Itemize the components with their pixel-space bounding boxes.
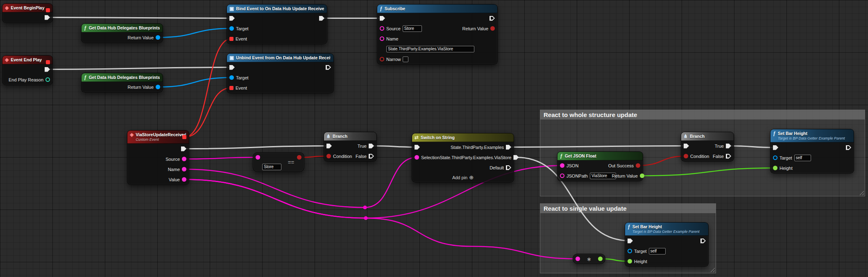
node-header[interactable]: ◈Event End Play bbox=[2, 56, 52, 64]
pin-false[interactable] bbox=[369, 154, 374, 159]
node-get-delegates-1[interactable]: ƒGet Data Hub Delegates BlueprintsReturn… bbox=[81, 23, 163, 43]
pin-jsonpath[interactable] bbox=[560, 173, 564, 178]
pin-out[interactable] bbox=[598, 257, 603, 261]
wire-object[interactable] bbox=[158, 78, 232, 87]
node-subscribe[interactable]: ƒSubscribeSourceReturn ValueNameNarrow bbox=[377, 4, 498, 65]
input-set-bar-height-2-target[interactable] bbox=[649, 248, 666, 254]
pin-exec_in[interactable] bbox=[326, 144, 332, 149]
pin-delegate[interactable] bbox=[46, 8, 50, 12]
pin-in[interactable] bbox=[576, 257, 580, 261]
node-header[interactable]: ƒSet Bar HeightTarget is BP Data Getter … bbox=[771, 129, 854, 142]
pin-source[interactable] bbox=[380, 26, 384, 31]
pin-true[interactable] bbox=[726, 144, 731, 149]
wire-exec[interactable] bbox=[184, 146, 329, 149]
pin-target[interactable] bbox=[229, 26, 234, 31]
comment-resize-handle[interactable] bbox=[709, 266, 715, 272]
checkbox-narrow[interactable] bbox=[403, 56, 408, 62]
pin-exec_out[interactable] bbox=[45, 15, 50, 20]
pin-condition[interactable] bbox=[326, 154, 331, 158]
pin-delegate[interactable] bbox=[46, 60, 50, 64]
pin-exec_out[interactable] bbox=[45, 67, 50, 72]
pin-out_examples[interactable] bbox=[506, 145, 511, 150]
pin-event[interactable] bbox=[229, 37, 233, 41]
node-header[interactable]: ƒSubscribe bbox=[377, 5, 497, 13]
reroute-node[interactable] bbox=[364, 216, 368, 220]
pin-default[interactable] bbox=[506, 165, 511, 170]
pin-true[interactable] bbox=[369, 144, 374, 149]
node-get-delegates-2[interactable]: ƒGet Data Hub Delegates BlueprintsReturn… bbox=[81, 73, 163, 92]
node-header[interactable]: ƒGet Data Hub Delegates Blueprints bbox=[82, 24, 163, 32]
input-subscribe-source[interactable] bbox=[403, 25, 422, 32]
reroute-node[interactable] bbox=[363, 206, 367, 209]
literal-input[interactable] bbox=[386, 46, 474, 52]
pin-return[interactable] bbox=[490, 26, 495, 31]
blueprint-canvas[interactable]: React to whole structure updateReact to … bbox=[0, 0, 868, 277]
input-set-bar-height-1-target[interactable] bbox=[794, 155, 811, 161]
node-equals[interactable]: == bbox=[253, 152, 304, 172]
pin-json[interactable] bbox=[560, 163, 564, 168]
node-set-bar-height-1[interactable]: ƒSet Bar HeightTarget is BP Data Getter … bbox=[770, 129, 854, 173]
pin-exec_out[interactable] bbox=[181, 146, 186, 151]
pin-exec_in[interactable] bbox=[229, 65, 235, 70]
wire-object[interactable] bbox=[158, 29, 232, 38]
pin-exec_in[interactable] bbox=[229, 16, 235, 21]
pin-event[interactable] bbox=[229, 86, 233, 90]
node-event-beginplay[interactable]: ◈Event BeginPlay bbox=[2, 3, 53, 23]
node-header[interactable]: ƒSet Bar HeightTarget is BP Data Getter … bbox=[625, 223, 708, 236]
node-header[interactable]: ƒGet JSON Float bbox=[558, 152, 643, 160]
node-header[interactable]: ƒGet Data Hub Delegates Blueprints bbox=[82, 73, 163, 82]
node-event-endplay[interactable]: ◈Event End PlayEnd Play Reason bbox=[2, 55, 53, 85]
wire-string[interactable] bbox=[184, 180, 578, 259]
pin-return[interactable] bbox=[156, 85, 160, 89]
pin-end_play_reason[interactable] bbox=[45, 77, 50, 82]
node-header[interactable]: ▣Unbind Event from On Data Hub Update Re… bbox=[227, 54, 333, 62]
pin-selection[interactable] bbox=[415, 155, 419, 160]
wire-exec[interactable] bbox=[48, 18, 232, 18]
pin-return_value[interactable] bbox=[640, 173, 644, 178]
pin-target[interactable] bbox=[628, 249, 632, 253]
comment-resize-handle[interactable] bbox=[858, 189, 864, 195]
node-viastore-event[interactable]: ◈ViaStoreUpdateReceivedCustom EventSourc… bbox=[127, 130, 189, 185]
pin-name[interactable] bbox=[380, 36, 384, 41]
pin-target[interactable] bbox=[229, 75, 234, 80]
pin-false[interactable] bbox=[726, 154, 731, 159]
pin-exec_out[interactable] bbox=[846, 145, 851, 150]
comment-title-bar[interactable]: React to single value update bbox=[540, 204, 716, 213]
pin-exec_in[interactable] bbox=[380, 16, 385, 21]
node-header[interactable]: ⋔Branch bbox=[324, 132, 376, 141]
pin-exec_out[interactable] bbox=[700, 239, 706, 243]
pin-value[interactable] bbox=[182, 177, 186, 182]
pin-narrow[interactable] bbox=[380, 57, 384, 61]
wire-string[interactable] bbox=[184, 158, 258, 159]
pin-exec_in[interactable] bbox=[415, 145, 420, 150]
pin-target[interactable] bbox=[773, 155, 777, 160]
node-unbind-event[interactable]: ▣Unbind Event from On Data Hub Update Re… bbox=[227, 53, 334, 93]
pin-return[interactable] bbox=[156, 35, 160, 40]
pin-height[interactable] bbox=[628, 259, 632, 263]
node-branch-2[interactable]: ⋔BranchTrueConditionFalse bbox=[681, 132, 734, 162]
node-set-bar-height-2[interactable]: ƒSet Bar HeightTarget is BP Data Getter … bbox=[625, 222, 709, 267]
pin-result[interactable] bbox=[297, 155, 301, 160]
node-get-json-float[interactable]: ƒGet JSON FloatJSONOut SuccessJSONPathRe… bbox=[557, 151, 643, 181]
pin-source[interactable] bbox=[182, 157, 186, 161]
pin-exec_out[interactable] bbox=[326, 65, 331, 70]
pin-exec_out[interactable] bbox=[319, 16, 324, 21]
node-branch-1[interactable]: ⋔BranchTrueConditionFalse bbox=[324, 132, 377, 162]
wire-exec[interactable] bbox=[48, 68, 232, 70]
pin-exec_in[interactable] bbox=[773, 145, 778, 150]
add-pin-button[interactable]: Add pin⊕ bbox=[452, 175, 474, 180]
pin-exec_in[interactable] bbox=[684, 144, 689, 149]
pin-out_viastore[interactable] bbox=[513, 155, 519, 160]
pin-exec_out[interactable] bbox=[490, 16, 495, 21]
node-header[interactable]: ◈Event BeginPlay bbox=[2, 4, 52, 12]
pin-delegate[interactable] bbox=[182, 135, 186, 139]
pin-condition[interactable] bbox=[684, 154, 688, 158]
pin-in1[interactable] bbox=[256, 155, 260, 160]
pin-height[interactable] bbox=[773, 166, 777, 170]
node-bind-event[interactable]: ▣Bind Event to On Data Hub Update Receiv… bbox=[227, 4, 327, 44]
wire-delegate[interactable] bbox=[184, 88, 231, 137]
literal-input[interactable] bbox=[262, 164, 281, 170]
pin-out_success[interactable] bbox=[636, 163, 640, 168]
node-switch-string[interactable]: ⇄Switch on StringState.ThirdParty.Exampl… bbox=[412, 133, 514, 182]
node-to-float[interactable]: ∗ bbox=[573, 254, 605, 264]
